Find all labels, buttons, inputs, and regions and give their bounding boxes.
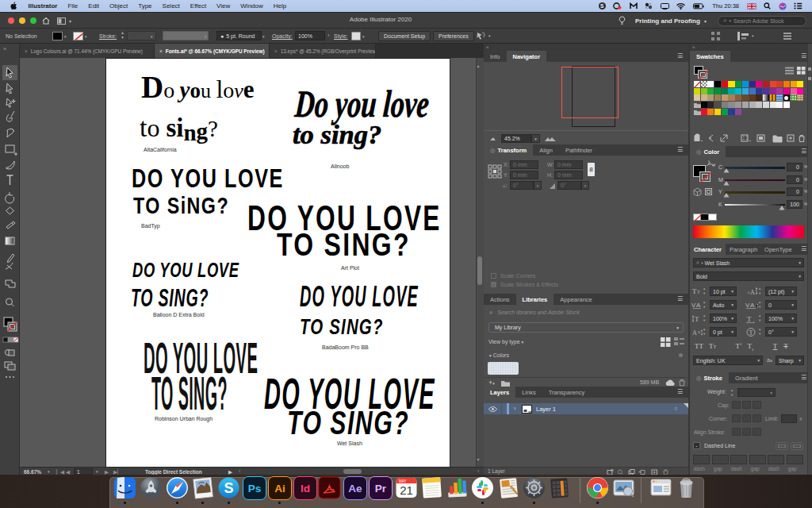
svg-text:T: T — [749, 329, 753, 337]
svg-text:T: T — [697, 290, 700, 294]
svg-text:T: T — [747, 315, 752, 323]
svg-text:MAY: MAY — [399, 479, 406, 483]
svg-text:A: A — [750, 302, 755, 309]
svg-text:T: T — [695, 315, 699, 323]
svg-text:A: A — [696, 302, 701, 309]
svg-text:A: A — [750, 289, 755, 295]
svg-text:21: 21 — [400, 483, 413, 497]
svg-text:S: S — [224, 480, 233, 496]
svg-text:A: A — [692, 329, 697, 337]
svg-text:a: a — [698, 329, 700, 334]
svg-text:»: » — [3, 46, 6, 52]
svg-text:A: A — [747, 291, 750, 294]
